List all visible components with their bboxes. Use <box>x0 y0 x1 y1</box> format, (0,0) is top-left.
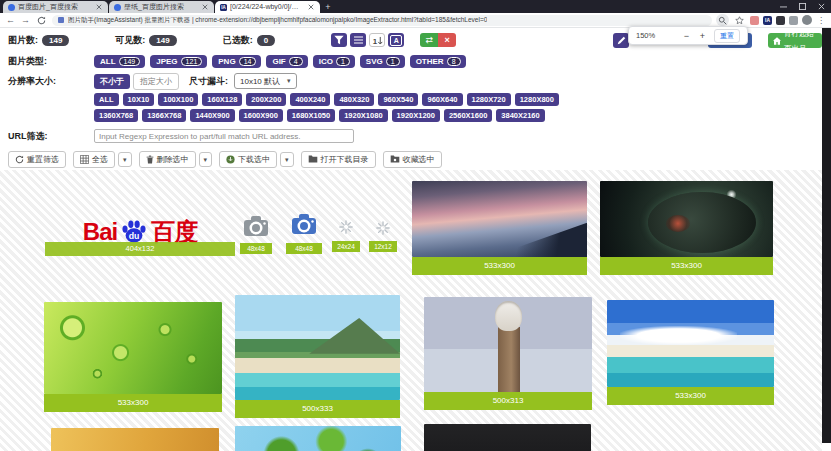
edit-button[interactable] <box>613 33 629 48</box>
action-button-4[interactable]: 下载选中 <box>219 151 277 168</box>
action-dropdown-caret[interactable]: ▾ <box>118 152 132 167</box>
pencil-icon <box>617 36 626 45</box>
size-chip-960x540[interactable]: 960X540 <box>378 93 418 106</box>
zoom-indicator-icon[interactable] <box>716 14 729 26</box>
list-view-button[interactable] <box>350 33 366 47</box>
image-thumbnail-icon-spinner-24[interactable]: 24x24 <box>332 214 360 252</box>
url-filter-input[interactable] <box>94 129 354 143</box>
sort-order-button[interactable]: 1 <box>369 33 385 47</box>
image-thumbnail-photo-night[interactable] <box>606 426 774 451</box>
size-chip-1600x900[interactable]: 1600X900 <box>239 109 283 122</box>
close-extractor-button[interactable]: × <box>438 33 456 47</box>
extension-icon-1[interactable] <box>750 16 759 25</box>
zoom-in-button[interactable]: + <box>698 31 707 41</box>
size-label: 48x48 <box>240 243 272 254</box>
brand-badge[interactable]: 青柠起始页出品 <box>768 33 822 48</box>
extension-icon-3[interactable] <box>789 16 798 25</box>
back-icon[interactable]: ← <box>5 14 16 27</box>
size-chip-3840x2160[interactable]: 3840X2160 <box>496 109 544 122</box>
browser-tab-1[interactable]: 百度图片_百度搜索 <box>3 1 108 13</box>
size-chip-10x10[interactable]: 10X10 <box>123 93 155 106</box>
size-chip-all[interactable]: ALL <box>94 93 119 106</box>
alt-text-button[interactable]: A <box>388 33 404 47</box>
menu-kebab-icon[interactable]: ⋮ <box>816 16 826 25</box>
action-button-1[interactable]: 重置筛选 <box>8 151 66 168</box>
action-group-1: 重置筛选 <box>8 151 66 168</box>
browser-tab-3[interactable]: IA[0/224/224-wby0/0]/壁纸_百.. <box>215 1 320 13</box>
image-thumbnail-photo-dark[interactable] <box>424 424 591 451</box>
browser-tab-2[interactable]: 壁纸_百度图片搜索 <box>109 1 214 13</box>
close-window-icon[interactable] <box>812 0 831 12</box>
zoom-reset-button[interactable]: 重置 <box>714 29 740 43</box>
image-thumbnail-baidu-logo[interactable]: Baidu百度404x132 <box>45 208 235 256</box>
image-thumbnail-photo-snowy-owl[interactable]: 500x313 <box>424 297 592 410</box>
mode-exact-button[interactable]: 指定大小 <box>133 73 179 90</box>
tab-close-icon[interactable] <box>95 3 103 11</box>
size-chip-160x128[interactable]: 160X128 <box>202 93 242 106</box>
type-chip-jpeg[interactable]: JPEG121 <box>150 55 207 68</box>
photo-drops <box>44 302 222 394</box>
refresh-icon <box>15 155 24 164</box>
photo-dark <box>424 424 591 451</box>
size-chip-480x320[interactable]: 480X320 <box>334 93 374 106</box>
image-thumbnail-icon-spinner-12[interactable]: 12x12 <box>369 216 397 252</box>
size-chip-2560x1600[interactable]: 2560X1600 <box>444 109 492 122</box>
mode-not-smaller-button[interactable]: 不小于 <box>94 74 130 89</box>
size-chip-100x100[interactable]: 100X100 <box>158 93 198 106</box>
type-chip-label: OTHER <box>416 57 444 66</box>
size-chip-1680x1050[interactable]: 1680X1050 <box>287 109 335 122</box>
scrollbar[interactable] <box>822 28 831 443</box>
image-thumbnail-photo-mountain-fog[interactable]: 533x300 <box>412 181 587 275</box>
size-chip-960x640[interactable]: 960X640 <box>422 93 462 106</box>
image-thumbnail-photo-gold[interactable] <box>51 428 219 451</box>
action-dropdown-caret[interactable]: ▾ <box>199 152 213 167</box>
size-chip-400x240[interactable]: 400X240 <box>290 93 330 106</box>
swap-button[interactable]: ⇄ <box>420 33 438 47</box>
size-chip-1280x720[interactable]: 1280X720 <box>467 93 511 106</box>
reload-icon[interactable] <box>35 14 48 26</box>
type-chip-other[interactable]: OTHER8 <box>410 55 466 68</box>
size-chip-1360x768[interactable]: 1360X768 <box>94 109 138 122</box>
image-thumbnail-photo-leaves[interactable] <box>235 426 401 451</box>
tab-close-icon[interactable] <box>307 3 315 11</box>
type-chip-svg[interactable]: SVG1 <box>360 55 405 68</box>
type-chip-gif[interactable]: GIF4 <box>266 55 307 68</box>
size-chip-1280x800[interactable]: 1280X800 <box>515 93 559 106</box>
size-chip-200x200[interactable]: 200X200 <box>246 93 286 106</box>
photo-gold <box>51 428 219 451</box>
maximize-icon[interactable] <box>793 0 812 12</box>
extension-icon-2[interactable] <box>776 16 785 25</box>
type-chip-count: 1 <box>386 57 400 66</box>
image-thumbnail-icon-camera-blue[interactable]: 48x48 <box>286 206 322 254</box>
action-button-3[interactable]: 删除选中 <box>139 151 196 168</box>
tab-close-icon[interactable] <box>201 3 209 11</box>
image-thumbnail-photo-tropical-beach[interactable]: 500x333 <box>235 295 400 418</box>
size-chip-1440x900[interactable]: 1440X900 <box>190 109 234 122</box>
image-thumbnail-photo-white-sand-beach[interactable]: 533x300 <box>607 300 774 405</box>
image-thumbnail-photo-green-droplets[interactable]: 533x300 <box>44 302 222 412</box>
new-tab-button[interactable]: + <box>321 1 335 13</box>
type-chip-all[interactable]: ALL149 <box>94 55 145 68</box>
size-chip-1920x1200[interactable]: 1920X1200 <box>392 109 440 122</box>
type-chip-count: 14 <box>239 57 257 66</box>
bookmark-star-icon[interactable] <box>733 14 746 26</box>
image-assistant-extension-icon[interactable]: IA <box>763 16 772 25</box>
image-thumbnail-photo-space-planet[interactable]: 533x300 <box>600 181 773 275</box>
action-button-5[interactable]: 打开下载目录 <box>301 151 376 168</box>
size-chip-1366x768[interactable]: 1366X768 <box>142 109 186 122</box>
action-button-2[interactable]: 全选 <box>73 151 115 168</box>
filter-funnel-button[interactable] <box>331 33 347 47</box>
forward-icon[interactable]: → <box>20 14 31 27</box>
type-chip-ico[interactable]: ICO1 <box>313 55 355 68</box>
size-funnel-select[interactable]: 10x10 默认 ▾ <box>234 73 297 89</box>
type-chip-png[interactable]: PNG14 <box>212 55 261 68</box>
size-chip-1920x1080[interactable]: 1920X1080 <box>339 109 387 122</box>
address-bar[interactable]: 图片助手(ImageAssistant) 批量图片下载器 | chrome-ex… <box>52 15 712 26</box>
image-thumbnail-icon-camera-gray[interactable]: 48x48 <box>240 210 272 254</box>
minimize-icon[interactable] <box>774 0 793 12</box>
action-button-6[interactable]: 收藏选中 <box>383 151 442 168</box>
zoom-out-button[interactable]: − <box>682 31 691 41</box>
profile-avatar[interactable] <box>802 15 812 25</box>
action-dropdown-caret[interactable]: ▾ <box>280 152 294 167</box>
swap-close-group: ⇄ × <box>420 33 456 47</box>
